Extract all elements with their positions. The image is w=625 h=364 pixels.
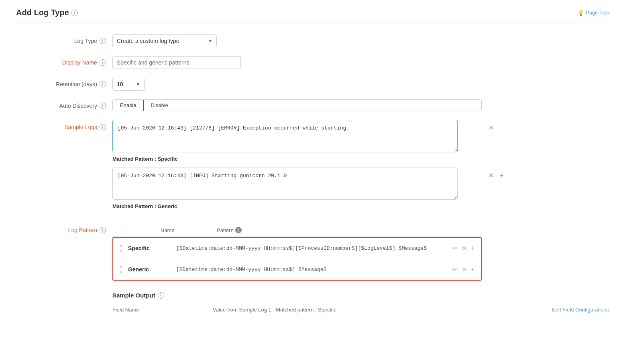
retention-row: Retention (days) i 10 7 14 30 ▼: [32, 78, 609, 91]
pattern-help-icon[interactable]: ?: [235, 227, 242, 233]
pattern-actions-generic: ✏ ✕ +: [452, 266, 474, 273]
pattern-actions-specific: ✏ ✕ +: [452, 245, 474, 252]
auto-discovery-label: Auto Discovery i: [32, 99, 112, 109]
title-info-icon[interactable]: i: [71, 10, 78, 16]
log-type-select[interactable]: Create a custom log type: [112, 34, 217, 47]
log-pattern-label: Log Pattern i: [32, 224, 112, 233]
log-pattern-control: Name Pattern ? ∧ ∨ Specific: [112, 224, 482, 281]
sample-output-header: Sample Output i: [112, 292, 609, 299]
up-arrow-specific[interactable]: ∧: [120, 243, 122, 248]
up-arrow-generic[interactable]: ∧: [120, 265, 122, 269]
sort-arrows-generic[interactable]: ∧ ∨: [120, 265, 122, 274]
log-type-label: Log Type i: [32, 34, 112, 44]
retention-select-wrapper: 10 7 14 30 ▼: [112, 78, 145, 91]
pattern-name-generic: Generic: [128, 266, 176, 273]
sample-logs-label: Sample Logs i: [32, 120, 112, 130]
display-name-label: Display Name i: [32, 56, 112, 66]
display-name-input[interactable]: [112, 56, 241, 69]
col-field-name-header: Field Name: [112, 307, 213, 313]
sample-output-section: Sample Output i Field Name Value from Sa…: [112, 292, 609, 316]
sample-log-1-area: [05-Jun-2020 12:16:43] [212778] [ERROR] …: [112, 120, 458, 154]
pattern-value-generic: [$Datetime:date:dd-MMM-yyyy HH:mm:ss$] $…: [176, 267, 452, 273]
sample-logs-control: [05-Jun-2020 12:16:43] [212778] [ERROR] …: [112, 120, 482, 215]
sample-log-1-wrapper: [05-Jun-2020 12:16:43] [212778] [ERROR] …: [112, 120, 482, 154]
display-name-control: [112, 56, 482, 69]
pattern-box: ∧ ∨ Specific [$Datetime:date:dd-MMM-yyyy…: [112, 237, 482, 281]
sort-arrows-specific[interactable]: ∧ ∨: [120, 243, 122, 253]
bulb-icon: 💡: [577, 10, 584, 16]
sample-log-2-textarea[interactable]: [05-Jun-2020 12:16:43] [INFO] Starting g…: [112, 168, 458, 200]
log-type-select-wrapper: Create a custom log type ▼: [112, 34, 217, 47]
sample-output-info-icon[interactable]: i: [158, 292, 164, 299]
add-icon-generic[interactable]: +: [471, 266, 474, 273]
col-value-header: Value from Sample Log 1 - Matched patter…: [213, 307, 552, 313]
retention-label: Retention (days) i: [32, 78, 112, 87]
disable-button[interactable]: Disable: [143, 100, 175, 111]
page-container: Add Log Type i 💡 Page Tips Log Type i Cr…: [0, 0, 625, 364]
page-tips-link[interactable]: 💡 Page Tips: [577, 10, 609, 16]
matched-pattern-2: Matched Pattern : Generic: [112, 203, 482, 209]
sample-log-2-close-icon[interactable]: ✕: [489, 172, 494, 179]
retention-control: 10 7 14 30 ▼: [112, 78, 482, 91]
enable-button[interactable]: Enable: [112, 99, 144, 111]
title-text: Add Log Type: [16, 8, 69, 17]
log-type-row: Log Type i Create a custom log type ▼: [32, 34, 609, 47]
sample-log-1-textarea[interactable]: [05-Jun-2020 12:16:43] [212778] [ERROR] …: [112, 120, 458, 152]
matched-pattern-1: Matched Pattern : Specific: [112, 156, 482, 162]
down-arrow-specific[interactable]: ∨: [120, 249, 122, 253]
sample-output-title: Sample Output: [112, 292, 155, 299]
auto-discovery-row: Auto Discovery i Enable Disable: [32, 99, 609, 111]
sample-logs-row: Sample Logs i [05-Jun-2020 12:16:43] [21…: [32, 120, 609, 215]
delete-icon-generic[interactable]: ✕: [462, 266, 467, 273]
retention-select[interactable]: 10 7 14 30: [112, 78, 145, 91]
page-tips-text: Page Tips: [586, 10, 609, 16]
retention-info-icon[interactable]: i: [100, 81, 106, 87]
form-section: Log Type i Create a custom log type ▼ Di…: [32, 34, 609, 316]
log-pattern-row: Log Pattern i Name Pattern ?: [32, 224, 609, 281]
page-header: Add Log Type i 💡 Page Tips: [16, 8, 609, 22]
add-icon-specific[interactable]: +: [471, 245, 474, 252]
sample-log-2-add-icon[interactable]: +: [499, 172, 504, 180]
log-pattern-info-icon[interactable]: i: [100, 227, 106, 233]
sample-logs-info-icon[interactable]: i: [100, 124, 106, 130]
pattern-table-header: Name Pattern ?: [112, 224, 482, 237]
col-pattern-header: Pattern ?: [217, 227, 242, 233]
sample-log-2-wrapper: [05-Jun-2020 12:16:43] [INFO] Starting g…: [112, 168, 482, 201]
edit-icon-specific[interactable]: ✏: [452, 245, 458, 252]
page-title: Add Log Type i: [16, 8, 78, 17]
output-table-header: Field Name Value from Sample Log 1 - Mat…: [112, 303, 609, 316]
edit-field-configurations-link[interactable]: Edit Field Configurations: [552, 307, 609, 313]
sample-log-2-area: [05-Jun-2020 12:16:43] [INFO] Starting g…: [112, 168, 458, 201]
pattern-value-specific: [$Datetime:date:dd-MMM-yyyy HH:mm:ss$][$…: [176, 245, 452, 251]
log-type-info-icon[interactable]: i: [100, 38, 106, 44]
pattern-row-specific: ∧ ∨ Specific [$Datetime:date:dd-MMM-yyyy…: [113, 238, 481, 259]
auto-discovery-info-icon[interactable]: i: [100, 103, 106, 109]
pattern-name-specific: Specific: [128, 245, 176, 251]
auto-discovery-control: Enable Disable: [112, 99, 482, 111]
display-name-info-icon[interactable]: i: [100, 59, 106, 66]
display-name-row: Display Name i: [32, 56, 609, 69]
edit-icon-generic[interactable]: ✏: [452, 266, 458, 273]
retention-wrapper: 10 7 14 30 ▼: [112, 78, 482, 91]
auto-discovery-toggle-group: Enable Disable: [112, 99, 482, 111]
delete-icon-specific[interactable]: ✕: [462, 245, 467, 252]
pattern-row-generic: ∧ ∨ Generic [$Datetime:date:dd-MMM-yyyy …: [113, 259, 481, 280]
col-name-header: Name: [161, 227, 217, 233]
down-arrow-generic[interactable]: ∨: [120, 270, 122, 274]
sample-log-1-close-icon[interactable]: ✕: [489, 124, 494, 131]
log-type-control: Create a custom log type ▼: [112, 34, 482, 47]
